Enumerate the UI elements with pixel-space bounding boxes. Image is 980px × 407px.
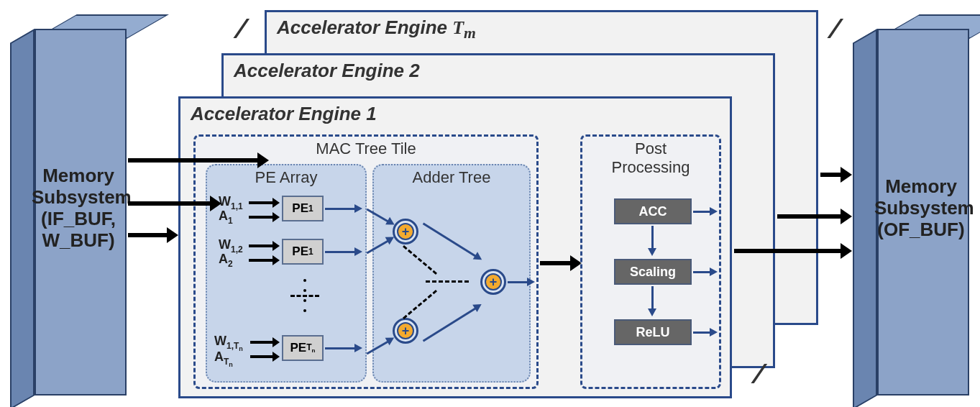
mem-left-to-e2-arrow (128, 201, 211, 206)
scaling-to-relu-arrow (651, 286, 654, 309)
pe-tn: PETn (282, 335, 324, 361)
stack-slash-tr: / (829, 14, 840, 45)
engine-tm-sym: T (452, 17, 464, 38)
mem-left-to-e3-arrow (128, 158, 259, 163)
plus-icon: + (397, 223, 414, 240)
a2-label: A2 (219, 252, 233, 269)
mem-right-label: Memory Subsystem (OF_BUF) (874, 176, 968, 241)
relu-out-arrow (693, 331, 710, 334)
engine-tm-title: Accelerator Engine Tm (277, 17, 476, 42)
scaling-out-arrow (693, 271, 710, 273)
adder-hdash (426, 280, 469, 283)
mem-left-l3: (IF_BUF, (41, 208, 116, 229)
engine-box-1: Accelerator Engine 1 MAC Tree Tile PE Ar… (178, 96, 732, 398)
w12-arrow (249, 244, 273, 247)
adder-tree-box: Adder Tree + + + (372, 164, 531, 383)
mem-left-to-e1-arrow (128, 233, 168, 237)
diagram-root: Memory Subsystem (IF_BUF, W_BUF) Memory … (0, 0, 980, 407)
mem-right-l3: (OF_BUF) (877, 219, 964, 240)
l1-dash-up (403, 245, 437, 275)
l1a-in2 (367, 240, 389, 255)
acc-out-arrow (693, 211, 710, 213)
stack-slash-tl: / (235, 14, 246, 45)
adder-l1-2: + (393, 318, 418, 344)
stack-slash-br: / (753, 360, 764, 390)
memory-subsystem-left: Memory Subsystem (IF_BUF, W_BUF) (10, 29, 125, 395)
mem-right-l1: Memory (885, 175, 957, 197)
atn-label: ATn (214, 349, 233, 368)
final-in2 (423, 307, 477, 342)
adder-final: + (480, 269, 506, 295)
pe-2: PE1 (282, 239, 324, 265)
engine-1-title: Accelerator Engine 1 (191, 103, 377, 125)
mem-right-l2: Subsystem (874, 197, 974, 219)
post-processing-box: PostProcessing ACC Scaling ReLU (580, 134, 721, 389)
post-title: PostProcessing (582, 140, 719, 177)
mac-tile-title: MAC Tree Tile (196, 140, 536, 158)
plus-icon: + (397, 322, 414, 339)
pe-array-box: PE Array W1,1 A1 PE1 W1,2 A2 PE1 (206, 164, 367, 383)
e1-to-mem-right-arrow (734, 249, 842, 253)
e3-to-mem-right-arrow (820, 173, 842, 177)
atn-arrow (250, 355, 273, 358)
engine-tm-sub: m (464, 24, 476, 42)
e2-to-mem-right-arrow (777, 214, 842, 219)
pe-array-title: PE Array (207, 168, 365, 187)
memory-subsystem-right: Memory Subsystem (OF_BUF) (853, 29, 968, 395)
mem-left-label: Memory Subsystem (IF_BUF, W_BUF) (32, 165, 125, 252)
pe1-out-arrow (325, 208, 355, 210)
w11-arrow (249, 201, 273, 204)
mem-left-l2: Subsystem (32, 186, 132, 208)
engine-tm-prefix: Accelerator Engine (277, 17, 452, 38)
engine-2-title: Accelerator Engine 2 (234, 60, 420, 82)
final-out (508, 281, 528, 283)
pe-vdots-wrap (290, 279, 319, 315)
mem-right-side (853, 29, 877, 407)
a2-arrow (249, 259, 273, 262)
mem-left-l1: Memory (42, 165, 114, 186)
adder-tree-title: Adder Tree (374, 168, 529, 187)
pe-1: PE1 (282, 196, 324, 221)
petn-out-arrow (325, 347, 355, 349)
pe2-out-arrow (325, 251, 355, 253)
mac-to-post-arrow (540, 261, 572, 265)
pp-relu: ReLU (614, 319, 692, 345)
plus-icon: + (485, 273, 502, 291)
pp-scaling: Scaling (614, 259, 692, 285)
l1b-in1 (367, 341, 389, 355)
mac-tree-tile: MAC Tree Tile PE Array W1,1 A1 PE1 W1,2 … (193, 134, 539, 389)
a1-arrow (249, 216, 273, 219)
mem-left-l4: W_BUF) (42, 229, 114, 251)
l1a-in1 (367, 209, 389, 223)
mem-left-side (10, 29, 35, 407)
l1-dash-down (403, 290, 437, 319)
w1tn-arrow (250, 341, 273, 344)
pp-acc: ACC (614, 198, 692, 224)
final-in1 (423, 222, 477, 257)
acc-to-scaling-arrow (651, 226, 654, 249)
